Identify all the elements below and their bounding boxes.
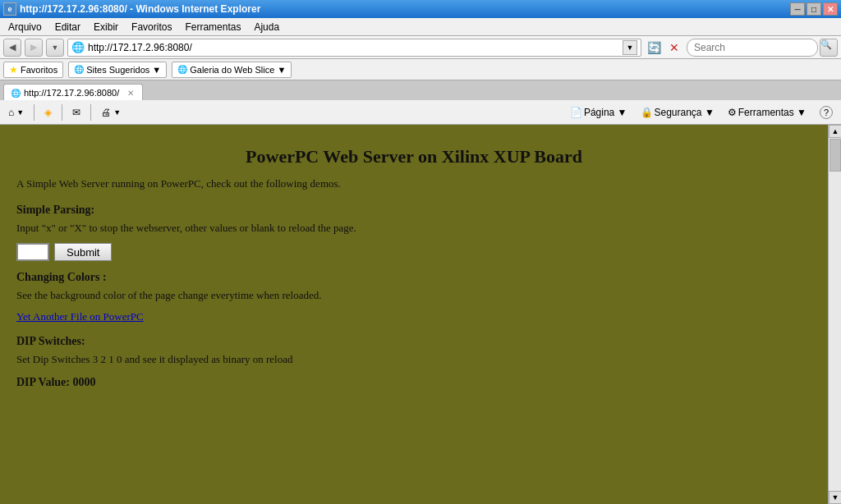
home-icon: ⌂ — [8, 107, 14, 118]
page-button[interactable]: 📄 Página ▼ — [565, 105, 632, 120]
powerpc-link[interactable]: Yet Another File on PowerPC — [16, 310, 144, 323]
print-dropdown-icon: ▼ — [113, 108, 121, 117]
page-icon: 🌐 — [71, 41, 85, 53]
sites-label: Sites Sugeridos ▼ — [86, 65, 161, 75]
gallery-label: Galeria do Web Slice ▼ — [190, 65, 286, 75]
scroll-thumb[interactable] — [830, 139, 841, 172]
second-toolbar: ⌂ ▼ ◈ ✉ 🖨 ▼ 📄 Página ▼ 🔒 Segurança ▼ ⚙ F… — [0, 100, 841, 125]
favorites-label: Favoritos — [21, 65, 57, 75]
section-dip-text: Set Dip Switches 3 2 1 0 and see it disp… — [16, 353, 811, 366]
security-label: Segurança ▼ — [655, 107, 715, 118]
window-title: http://172.17.2.96:8080/ - Windows Inter… — [20, 3, 260, 15]
scrollbar[interactable]: ▲ ▼ — [828, 125, 841, 504]
menu-arquivo[interactable]: Arquivo — [3, 20, 47, 34]
refresh-icon[interactable]: 🔄 — [645, 39, 663, 57]
security-button[interactable]: 🔒 Segurança ▼ — [636, 105, 719, 120]
gallery-icon: 🌐 — [177, 65, 187, 74]
help-button[interactable]: ? — [815, 104, 838, 121]
separator-2 — [62, 104, 62, 121]
section-dip-title: DIP Switches: — [16, 335, 811, 348]
home-dropdown-icon: ▼ — [16, 108, 24, 117]
browser-window: PowerPC Web Server on Xilinx XUP Board A… — [0, 125, 841, 504]
dropdown-button[interactable]: ▼ — [46, 39, 64, 57]
menu-exibir[interactable]: Exibir — [89, 20, 123, 34]
scroll-track[interactable] — [829, 138, 841, 491]
back-button[interactable]: ◀ — [3, 39, 21, 57]
tools-button[interactable]: ⚙ Ferramentas ▼ — [723, 105, 811, 120]
parse-input[interactable] — [16, 243, 49, 261]
active-tab[interactable]: 🌐 http://172.17.2.96:8080/ ✕ — [3, 84, 143, 100]
section-parsing-title: Simple Parsing: — [16, 204, 811, 217]
title-bar: e http://172.17.2.96:8080/ - Windows Int… — [0, 0, 841, 18]
scroll-down-button[interactable]: ▼ — [829, 491, 841, 504]
sites-sugeridos-button[interactable]: 🌐 Sites Sugeridos ▼ — [68, 62, 167, 78]
close-button[interactable]: ✕ — [823, 2, 838, 16]
submit-area: Submit — [16, 243, 811, 261]
tab-icon: 🌐 — [11, 89, 21, 98]
page-subtitle: A Simple Web Server running on PowerPC, … — [16, 177, 811, 190]
section-colors-text: See the background color of the page cha… — [16, 289, 811, 302]
favorites-button[interactable]: ★ Favoritos — [3, 62, 63, 78]
address-bar: ◀ ▶ ▼ 🌐 ▼ 🔄 ✕ 🔍 — [0, 36, 841, 59]
favorites-bar: ★ Favoritos 🌐 Sites Sugeridos ▼ 🌐 Galeri… — [0, 59, 841, 80]
menu-ajuda[interactable]: Ajuda — [249, 20, 284, 34]
scroll-up-button[interactable]: ▲ — [829, 125, 841, 138]
email-button[interactable]: ✉ — [67, 105, 85, 120]
tools-icon: ⚙ — [728, 107, 737, 118]
address-box: 🌐 ▼ — [67, 39, 641, 57]
dip-value-label: DIP Value: 0000 — [16, 376, 811, 389]
address-input[interactable] — [88, 42, 619, 53]
help-icon: ? — [820, 106, 833, 119]
tools-label: Ferramentas ▼ — [738, 107, 807, 118]
search-input[interactable] — [687, 39, 818, 57]
gallery-button[interactable]: 🌐 Galeria do Web Slice ▼ — [172, 62, 292, 78]
tab-bar: 🌐 http://172.17.2.96:8080/ ✕ — [0, 80, 841, 100]
rss-icon: ◈ — [44, 107, 52, 118]
page-label: Página ▼ — [584, 107, 627, 118]
rss-button[interactable]: ◈ — [39, 105, 57, 120]
submit-button[interactable]: Submit — [54, 243, 112, 261]
content-area: PowerPC Web Server on Xilinx XUP Board A… — [0, 125, 828, 504]
forward-button[interactable]: ▶ — [25, 39, 43, 57]
tab-label: http://172.17.2.96:8080/ — [24, 88, 119, 98]
browser-icon-small: 🌐 — [74, 65, 84, 74]
page-icon-toolbar: 📄 — [570, 107, 582, 118]
search-button[interactable]: 🔍 — [820, 39, 838, 57]
menu-editar[interactable]: Editar — [50, 20, 85, 34]
email-icon: ✉ — [72, 107, 80, 118]
separator-3 — [90, 104, 91, 121]
star-icon: ★ — [9, 64, 18, 76]
maximize-button[interactable]: □ — [807, 2, 821, 16]
browser-icon: e — [3, 2, 16, 16]
section-parsing-text: Input "x" or "X" to stop the webserver, … — [16, 222, 811, 235]
minimize-button[interactable]: ─ — [790, 2, 805, 16]
tab-close-icon[interactable]: ✕ — [127, 89, 134, 98]
menu-favoritos[interactable]: Favoritos — [126, 20, 177, 34]
print-button[interactable]: 🖨 ▼ — [96, 105, 126, 120]
menu-ferramentas[interactable]: Ferramentas — [180, 20, 246, 34]
print-icon: 🖨 — [101, 107, 111, 118]
stop-icon[interactable]: ✕ — [665, 39, 683, 57]
home-button[interactable]: ⌂ ▼ — [3, 105, 29, 120]
security-icon: 🔒 — [641, 107, 653, 118]
refresh-button[interactable]: ▼ — [623, 40, 637, 55]
separator-1 — [34, 104, 34, 121]
menu-bar: Arquivo Editar Exibir Favoritos Ferramen… — [0, 18, 841, 36]
section-colors-title: Changing Colors : — [16, 271, 811, 284]
page-title: PowerPC Web Server on Xilinx XUP Board — [16, 146, 811, 167]
